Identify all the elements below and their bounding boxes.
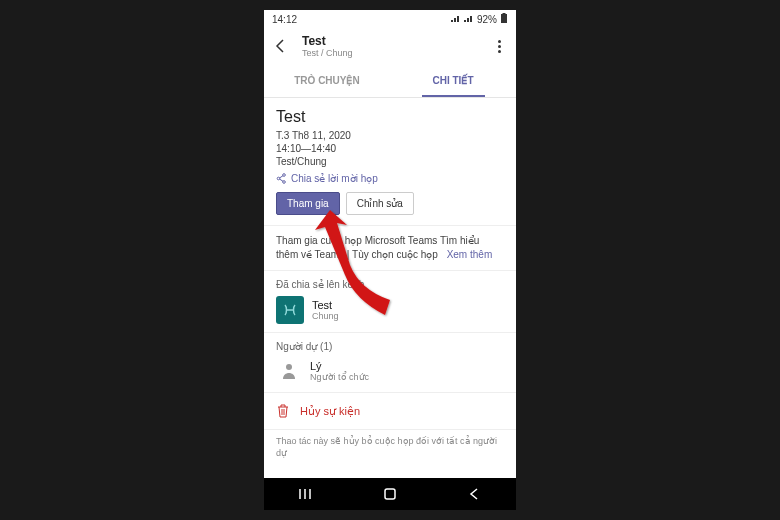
attendee-item[interactable]: Lý Người tổ chức <box>276 358 504 384</box>
meeting-date: T.3 Th8 11, 2020 <box>276 130 504 141</box>
meeting-time: 14:10—14:40 <box>276 143 504 154</box>
back-button[interactable] <box>272 37 290 55</box>
svg-rect-1 <box>503 13 506 14</box>
meeting-info: Test T.3 Th8 11, 2020 14:10—14:40 Test/C… <box>264 98 516 225</box>
cancel-label: Hủy sự kiện <box>300 405 360 418</box>
tab-chat[interactable]: TRÒ CHUYỆN <box>264 64 390 97</box>
channel-name: Test <box>312 299 339 311</box>
attendee-text: Lý Người tổ chức <box>310 360 369 382</box>
attendees-section: Người dự (1) Lý Người tổ chức <box>264 332 516 392</box>
home-button[interactable] <box>381 485 399 503</box>
recent-apps-button[interactable] <box>297 485 315 503</box>
meeting-title: Test <box>276 108 504 126</box>
channel-avatar-icon <box>276 296 304 324</box>
svg-rect-6 <box>385 489 395 499</box>
svg-rect-0 <box>501 14 507 23</box>
header-title: Test <box>302 34 490 48</box>
cancel-note: Thao tác này sẽ hủy bỏ cuộc họp đối với … <box>264 429 516 459</box>
android-navbar <box>264 478 516 510</box>
more-menu-button[interactable] <box>490 40 508 53</box>
edit-button[interactable]: Chỉnh sửa <box>346 192 414 215</box>
tab-details[interactable]: CHI TIẾT <box>390 64 516 97</box>
channel-item[interactable]: Test Chung <box>276 296 504 324</box>
status-time: 14:12 <box>272 14 297 25</box>
signal-icon <box>451 14 461 25</box>
channel-sub: Chung <box>312 311 339 321</box>
app-header: Test Test / Chung <box>264 28 516 64</box>
attendees-label: Người dự (1) <box>276 341 504 352</box>
content-area: Test T.3 Th8 11, 2020 14:10—14:40 Test/C… <box>264 98 516 478</box>
share-label: Chia sẻ lời mời họp <box>291 173 378 184</box>
tab-bar: TRÒ CHUYỆN CHI TIẾT <box>264 64 516 98</box>
svg-point-5 <box>286 364 292 370</box>
button-row: Tham gia Chỉnh sửa <box>276 192 504 215</box>
battery-text: 92% <box>477 14 497 25</box>
share-icon <box>276 173 287 184</box>
status-right: 92% <box>451 13 508 25</box>
phone-frame: 14:12 92% Test Test / Chung TRÒ CHUYỆN <box>264 10 516 510</box>
see-more-link[interactable]: Xem thêm <box>447 249 493 260</box>
meeting-channel: Test/Chung <box>276 156 504 167</box>
shared-section-label: Đã chia sẻ lên kênh <box>276 279 504 290</box>
attendee-name: Lý <box>310 360 369 372</box>
share-invite-link[interactable]: Chia sẻ lời mời họp <box>276 173 504 184</box>
header-titles: Test Test / Chung <box>302 34 490 58</box>
header-subtitle: Test / Chung <box>302 48 490 58</box>
cancel-event-button[interactable]: Hủy sự kiện <box>264 392 516 429</box>
trash-icon <box>276 403 290 419</box>
meeting-description: Tham gia cuộc họp Microsoft Teams Tìm hi… <box>264 225 516 270</box>
channel-text: Test Chung <box>312 299 339 321</box>
wifi-icon <box>464 14 474 25</box>
battery-icon <box>500 13 508 25</box>
avatar-icon <box>276 358 302 384</box>
status-bar: 14:12 92% <box>264 10 516 28</box>
shared-channel-section: Đã chia sẻ lên kênh Test Chung <box>264 270 516 332</box>
back-nav-button[interactable] <box>465 485 483 503</box>
join-button[interactable]: Tham gia <box>276 192 340 215</box>
attendee-role: Người tổ chức <box>310 372 369 382</box>
